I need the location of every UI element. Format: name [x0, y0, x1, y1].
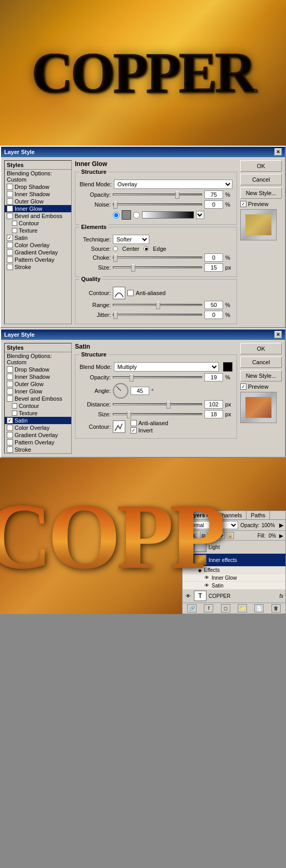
d2-size-slider[interactable]	[113, 413, 202, 415]
d2-color-overlay[interactable]: Color Overlay	[5, 424, 71, 431]
d2-gradient-overlay-checkbox[interactable]	[7, 432, 13, 438]
d2-contour-checkbox[interactable]	[12, 403, 17, 409]
jitter-thumb[interactable]	[113, 312, 118, 319]
d2-inner-shadow-checkbox[interactable]	[7, 374, 13, 380]
d2-size-input[interactable]: 18	[204, 410, 223, 418]
d2-preview-checkbox[interactable]	[240, 384, 246, 390]
contour-picker[interactable]	[113, 287, 125, 299]
noise-input[interactable]: 0	[204, 200, 223, 209]
d2-distance-input[interactable]: 102	[204, 400, 223, 409]
d2-satin-checkbox[interactable]	[7, 417, 13, 424]
new-layer-button[interactable]: 📄	[254, 604, 264, 612]
d2-blending-options[interactable]: Blending Options: Custom	[5, 352, 71, 366]
d2-angle-input[interactable]: 45	[131, 387, 149, 395]
d2-distance-thumb[interactable]	[166, 401, 171, 409]
d2-opacity-slider[interactable]	[113, 376, 202, 378]
d2-satin[interactable]: Satin	[5, 417, 71, 424]
gradient-radio[interactable]	[133, 212, 140, 219]
gradient-swatch[interactable]	[142, 211, 194, 219]
styles-contour[interactable]: Contour	[5, 220, 71, 227]
range-slider[interactable]	[113, 304, 202, 306]
d2-angle-dial[interactable]	[113, 383, 128, 399]
inner-glow-checkbox[interactable]	[7, 206, 13, 212]
layer-copper-text[interactable]: 👁 T COPPER fx	[183, 590, 285, 603]
dialog1-cancel-button[interactable]: Cancel	[240, 174, 282, 185]
styles-bevel-emboss[interactable]: Bevel and Emboss	[5, 212, 71, 220]
d2-contour[interactable]: Contour	[5, 402, 71, 410]
paths-tab[interactable]: Paths	[246, 511, 270, 519]
d2-distance-slider[interactable]	[113, 403, 202, 405]
d2-outer-glow[interactable]: Outer Glow	[5, 380, 71, 388]
styles-pattern-overlay[interactable]: Pattern Overlay	[5, 256, 71, 263]
choke-input[interactable]: 0	[204, 253, 223, 262]
d2-blend-select[interactable]: Multiply	[114, 362, 219, 372]
d2-pattern-overlay-checkbox[interactable]	[7, 439, 13, 445]
d2-color-overlay-checkbox[interactable]	[7, 425, 13, 431]
opacity-slider[interactable]	[113, 194, 202, 196]
color-swatch[interactable]	[122, 210, 131, 220]
opacity-thumb[interactable]	[175, 192, 179, 199]
range-thumb[interactable]	[156, 302, 160, 309]
new-group-button[interactable]: 📁	[238, 604, 247, 612]
pattern-overlay-checkbox[interactable]	[7, 257, 13, 263]
stroke-checkbox[interactable]	[7, 264, 13, 270]
preview-checkbox[interactable]	[240, 201, 246, 207]
opacity-input[interactable]: 75	[204, 190, 223, 199]
d2-bevel-emboss[interactable]: Bevel and Emboss	[5, 395, 71, 402]
range-input[interactable]: 50	[204, 301, 223, 309]
d2-pattern-overlay[interactable]: Pattern Overlay	[5, 439, 71, 446]
d2-opacity-thumb[interactable]	[129, 374, 134, 381]
color-overlay-checkbox[interactable]	[7, 242, 13, 248]
styles-gradient-overlay[interactable]: Gradient Overlay	[5, 249, 71, 256]
jitter-slider[interactable]	[113, 314, 202, 316]
d2-inner-glow-checkbox[interactable]	[7, 388, 13, 394]
edge-radio[interactable]	[144, 246, 149, 251]
d2-color-swatch[interactable]	[223, 362, 232, 372]
contour-checkbox[interactable]	[12, 221, 17, 226]
d2-drop-shadow[interactable]: Drop Shadow	[5, 366, 71, 373]
styles-color-overlay[interactable]: Color Overlay	[5, 241, 71, 249]
d2-contour-picker[interactable]	[113, 420, 125, 433]
styles-stroke[interactable]: Stroke	[5, 263, 71, 271]
choke-thumb[interactable]	[113, 254, 118, 262]
noise-thumb[interactable]	[113, 201, 118, 209]
inner-shadow-checkbox[interactable]	[7, 191, 13, 197]
blend-mode-select[interactable]: Overlay	[114, 180, 232, 189]
opacity-arrow[interactable]: ▶	[279, 522, 283, 529]
styles-blending-options[interactable]: Blending Options: Custom	[5, 170, 71, 183]
fill-arrow[interactable]: ▶	[279, 533, 283, 539]
satin-checkbox[interactable]	[7, 235, 13, 241]
gradient-overlay-checkbox[interactable]	[7, 249, 13, 256]
drop-shadow-checkbox[interactable]	[7, 184, 13, 190]
d2-gradient-overlay[interactable]: Gradient Overlay	[5, 431, 71, 439]
center-radio[interactable]	[113, 246, 118, 251]
size-input[interactable]: 15	[204, 263, 223, 272]
add-style-button[interactable]: f	[204, 604, 213, 612]
link-layers-button[interactable]: 🔗	[187, 604, 197, 612]
styles-inner-shadow[interactable]: Inner Shadow	[5, 190, 71, 198]
styles-outer-glow[interactable]: Outer Glow	[5, 198, 71, 205]
d2-bevel-emboss-checkbox[interactable]	[7, 395, 13, 402]
technique-select[interactable]: Softer	[113, 235, 149, 244]
bevel-emboss-checkbox[interactable]	[7, 213, 13, 219]
size-slider[interactable]	[113, 266, 202, 269]
styles-texture[interactable]: Texture	[5, 227, 71, 234]
dialog2-new-style-button[interactable]: New Style...	[240, 370, 282, 381]
gradient-style-select[interactable]	[196, 211, 204, 219]
outer-glow-checkbox[interactable]	[7, 198, 13, 205]
d2-texture-checkbox[interactable]	[12, 411, 17, 416]
add-mask-button[interactable]: ◻	[221, 604, 230, 612]
d2-opacity-input[interactable]: 19	[204, 373, 223, 381]
delete-layer-button[interactable]: 🗑	[271, 604, 281, 612]
lock-all-icon[interactable]: 🔒	[227, 532, 234, 539]
dialog1-close-button[interactable]: ✕	[275, 148, 282, 156]
d2-size-thumb[interactable]	[127, 411, 131, 418]
noise-slider[interactable]	[113, 203, 202, 206]
dialog2-cancel-button[interactable]: Cancel	[240, 356, 282, 368]
dialog2-close-button[interactable]: ✕	[275, 331, 282, 338]
choke-slider[interactable]	[113, 257, 202, 259]
dialog1-ok-button[interactable]: OK	[240, 160, 282, 172]
d2-outer-glow-checkbox[interactable]	[7, 381, 13, 387]
dialog1-new-style-button[interactable]: New Style...	[240, 187, 282, 199]
d2-inner-shadow[interactable]: Inner Shadow	[5, 373, 71, 380]
